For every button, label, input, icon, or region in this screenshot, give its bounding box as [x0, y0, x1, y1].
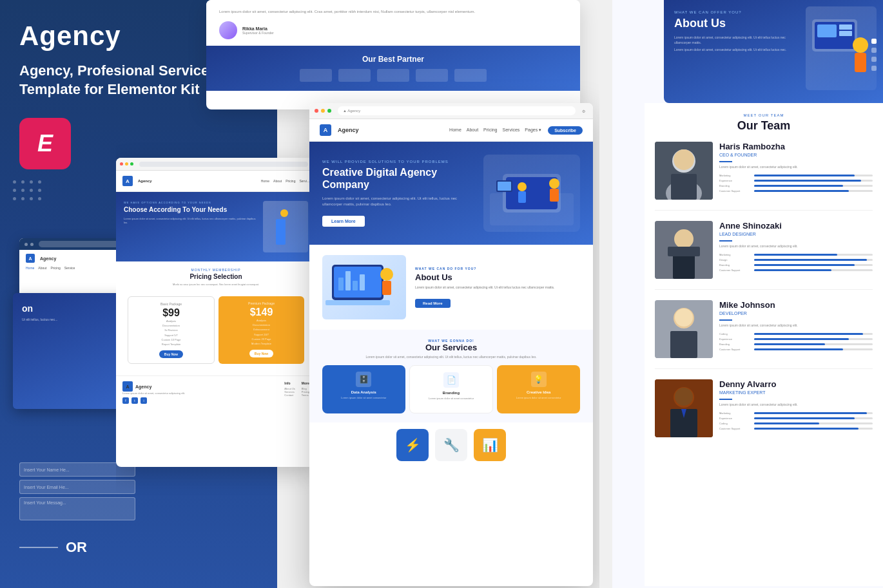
team-member-mike: Mike Johnson DEVELOPER Lorem ipsum dolor… — [655, 300, 873, 369]
mike-info: Mike Johnson DEVELOPER Lorem ipsum dolor… — [719, 300, 873, 358]
pricing-cards-preview: MONTHLY MEMBERSHIP Pricing Selection Mor… — [116, 261, 316, 375]
nav-pricing[interactable]: Pricing — [483, 128, 497, 133]
svg-point-20 — [853, 37, 868, 53]
partner-logo-3 — [377, 69, 409, 82]
instagram-icon[interactable]: i — [141, 397, 147, 404]
svg-rect-36 — [670, 331, 697, 358]
svg-point-41 — [675, 388, 693, 406]
svg-rect-8 — [498, 182, 511, 191]
basic-buy-button[interactable]: Buy Now — [159, 350, 183, 358]
data-analysis-icon: 🗄️ — [356, 372, 371, 387]
service-creative-idea: 💡 Creative Idea Lorem ipsum dolor sit am… — [497, 365, 580, 413]
partner-logo-4 — [416, 69, 448, 82]
haris-description: Lorem ipsum dolor sit amet, consectetur … — [719, 165, 873, 170]
denny-name: Denny Alvarro — [719, 379, 873, 389]
service-branding: 📄 Branding Lorem ipsum dolor sit amet co… — [409, 365, 494, 413]
branding-title: Branding — [415, 391, 488, 395]
nav-pages[interactable]: Pages ▾ — [525, 128, 541, 133]
subscribe-button[interactable]: Subscribe — [548, 126, 583, 135]
testimonial-text: Lorem ipsum dolor sit amet, consectetur … — [219, 9, 567, 15]
team-section: MEET OUR TEAM Our Team Haris Rambozha CE… — [645, 103, 883, 586]
services-cards: 🗄️ Data Analysis Lorem ipsum dolor sit a… — [322, 365, 580, 413]
agency-nav: A Agency Home About Pricing Services Pag… — [309, 119, 593, 142]
nav-services[interactable]: Services — [503, 128, 520, 133]
elementor-letter: E — [37, 130, 53, 157]
hero-title: Creative Digital AgencyCompany — [322, 166, 476, 191]
svg-rect-13 — [382, 281, 391, 295]
svg-point-3 — [549, 178, 559, 189]
svg-rect-21 — [855, 53, 866, 72]
svg-point-12 — [380, 268, 393, 281]
services-title: Our Services — [322, 343, 580, 352]
basic-label: Basic Package — [132, 302, 210, 306]
scroll-dot-1[interactable] — [871, 39, 877, 44]
data-analysis-desc: Lorem ipsum dolor sit amet consectetur — [327, 396, 400, 399]
about-us-screenshot: WHAT WE CAN OFFER YOU? About Us Lorem ip… — [664, 0, 883, 103]
choose-illustration — [263, 201, 308, 252]
svg-rect-29 — [671, 174, 697, 200]
about-description: Lorem ipsum dolor sit amet, consectetur … — [415, 285, 580, 290]
partner-logo-2 — [338, 69, 371, 82]
pricing-selection-title: Pricing Selection — [122, 273, 309, 280]
anne-info: Anne Shinozaki LEAD DESIGNER Lorem ipsum… — [719, 221, 873, 279]
partner-logos — [219, 69, 567, 82]
mike-role: DEVELOPER — [719, 311, 873, 316]
pricing-selection-desc: Morbi ac arcu ipsum leo nec consequat. N… — [122, 283, 309, 286]
scroll-dot-3[interactable] — [871, 57, 877, 62]
browser-bar: ▲ Agency ⚙ — [309, 103, 593, 119]
svg-rect-23 — [839, 24, 852, 30]
services-description: Lorem ipsum dolor sit amet, consectetur … — [322, 355, 580, 359]
footer-desc: Lorem ipsum dolor sit amet, consectetur … — [122, 392, 185, 395]
creative-idea-icon: 💡 — [531, 372, 547, 387]
denny-info: Denny Alvarro MARKETING EXPERT Lorem ips… — [719, 379, 873, 437]
facebook-icon[interactable]: f — [122, 397, 129, 404]
nav-home[interactable]: Home — [449, 128, 461, 133]
about-us-illustration — [806, 6, 877, 90]
author-role: Supervisor & Founder — [242, 31, 274, 35]
agency-hero-section: WE WILL PROVIDE SOLUTIONS TO YOUR PROBLE… — [309, 142, 593, 245]
scroll-dots — [871, 39, 877, 71]
hero-text: WE WILL PROVIDE SOLUTIONS TO YOUR PROBLE… — [322, 160, 476, 227]
nav-about[interactable]: About — [467, 128, 478, 133]
about-us-tag: WHAT WE CAN OFFER YOU? — [674, 10, 803, 14]
partner-section: Our Best Partner — [206, 46, 580, 91]
denny-stats: Marketing Experience Coding Customer Sup… — [719, 412, 873, 430]
choose-hero: WE HAVE OPTIONS ACCORDING TO YOUR NEEDS … — [116, 192, 316, 261]
svg-point-28 — [674, 149, 694, 170]
agency-main-screenshot: ▲ Agency ⚙ A Agency Home About Pricing S… — [309, 103, 593, 586]
twitter-icon[interactable]: t — [131, 397, 138, 404]
svg-rect-15 — [345, 271, 351, 290]
svg-rect-6 — [518, 191, 526, 203]
about-text: WHAT WE CAN DO FOR YOU? About Us Lorem i… — [415, 267, 580, 308]
choose-title: Choose According To Your Needs — [124, 206, 258, 214]
partner-logo-5 — [454, 69, 487, 82]
author-avatar — [219, 21, 237, 39]
mike-stats: Coding Experience Branding Customer Supp… — [719, 332, 873, 351]
svg-rect-11 — [325, 300, 390, 305]
scroll-dot-2[interactable] — [871, 48, 877, 53]
team-title: Our Team — [655, 119, 873, 133]
nav-items: Home About Pricing Services Pages ▾ — [449, 128, 541, 133]
elementor-icon: E — [19, 118, 71, 169]
or-divider: OR — [19, 539, 87, 556]
about-title: About Us — [415, 272, 580, 282]
pricing-monthly-tag: MONTHLY MEMBERSHIP — [122, 268, 309, 272]
browser-url: ▲ Agency — [338, 106, 576, 115]
hero-illustration — [483, 155, 580, 232]
basic-price: $99 — [132, 307, 210, 319]
anne-name: Anne Shinozaki — [719, 221, 873, 231]
service-icon-2: 🔧 — [435, 429, 467, 461]
learn-more-button[interactable]: Learn More — [322, 216, 365, 227]
team-member-anne: Anne Shinozaki LEAD DESIGNER Lorem ipsum… — [655, 221, 873, 290]
scroll-dot-4[interactable] — [871, 66, 877, 71]
creative-idea-title: Creative Idea — [502, 390, 575, 394]
premium-buy-button[interactable]: Buy Now — [249, 350, 273, 357]
premium-pricing-card: Premium Package $149 AnalysisDocumentati… — [218, 296, 304, 364]
pricing-footer: A Agency Lorem ipsum dolor sit amet, con… — [116, 375, 316, 409]
choose-desc: Lorem ipsum dolor sit amet, consectetur … — [124, 217, 258, 225]
testimonial-author: Rikka Maria Supervisor & Founder — [219, 21, 567, 39]
denny-description: Lorem ipsum dolor sit amet, consectetur … — [719, 403, 873, 408]
read-more-button[interactable]: Read More — [415, 299, 451, 308]
svg-rect-22 — [817, 24, 837, 37]
svg-rect-14 — [338, 278, 344, 290]
